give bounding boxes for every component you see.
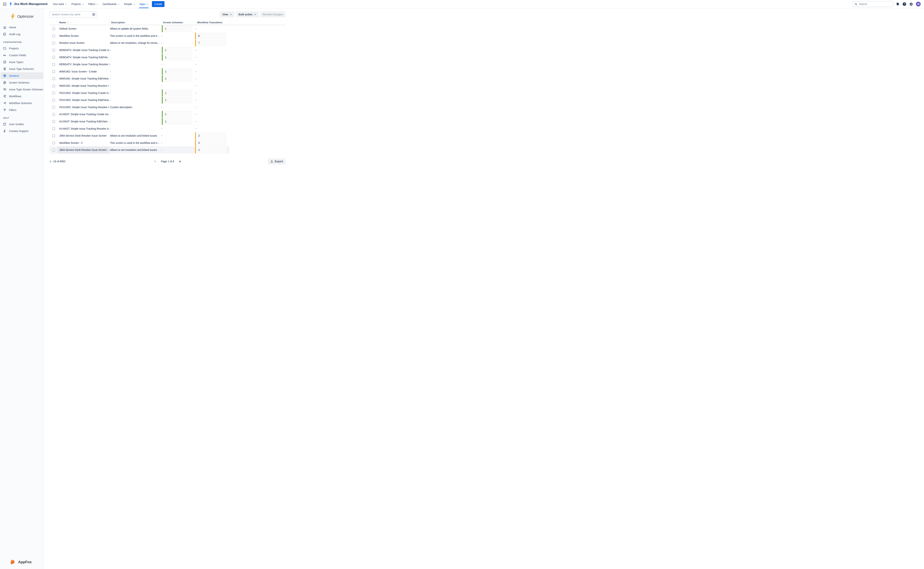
jira-home-link[interactable]: Jira Work Management [8, 2, 47, 6]
row-checkbox[interactable] [52, 99, 55, 102]
sidebar-item-workflow-schemes[interactable]: Workflow Schemes [0, 100, 43, 106]
screen-name-cell[interactable]: KUVAST: Simple Issue Tracking Edit/View … [57, 118, 109, 125]
screen-name-cell[interactable]: REBDATV: Simple Issue Tracking Create Is… [57, 47, 109, 54]
screen-name-cell[interactable]: WARJAD: Simple Issue Tracking Edit/View.… [57, 75, 109, 82]
screen-schemes-count: 1 [162, 97, 192, 103]
row-checkbox[interactable] [52, 91, 55, 94]
row-checkbox[interactable] [52, 70, 55, 73]
column-header-name[interactable]: Name [57, 21, 109, 24]
chevron-down-icon [65, 3, 67, 5]
table-row[interactable]: Resolve Issue ScreenAllows to set resolu… [50, 40, 286, 47]
sidebar-item-issue-type-schemes[interactable]: Issue Type Schemes [0, 65, 43, 72]
table-row[interactable]: Workflow Screen - 2This screen is used i… [50, 139, 286, 147]
screens-search[interactable] [50, 11, 97, 17]
table-row[interactable]: POVURO: Simple Issue Tracking Create Is.… [50, 89, 286, 96]
row-checkbox[interactable] [52, 42, 55, 44]
row-checkbox[interactable] [52, 113, 55, 116]
sort-icon[interactable] [67, 21, 68, 23]
table-row[interactable]: JIRA Service Desk Resolve Issue Screen -… [50, 146, 286, 154]
nav-item-projects[interactable]: Projects [69, 0, 86, 8]
sidebar-item-filters[interactable]: Filters [0, 106, 43, 113]
review-changes-button[interactable]: Review changes [260, 11, 286, 17]
table-row[interactable]: Default ScreenAllows to update all syste… [50, 25, 286, 32]
sidebar-item-audit-log[interactable]: Audit Log [0, 31, 43, 38]
sidebar-item-issue-type-screen-schemes[interactable]: Issue Type Screen Schemes [0, 86, 43, 93]
sidebar-item-contact-support[interactable]: Contact Support [0, 128, 43, 134]
table-row[interactable]: KUVAST: Simple Issue Tracking Edit/View … [50, 118, 286, 125]
clear-search-icon[interactable] [92, 13, 95, 16]
app-switcher-icon[interactable] [2, 1, 8, 7]
next-page-icon[interactable] [178, 160, 182, 163]
table-row[interactable]: KUVAST: Simple Issue Tracking Create Iss… [50, 111, 286, 118]
row-checkbox[interactable] [52, 106, 55, 108]
screen-name-cell[interactable]: WARJAD: Simple Issue Tracking Resolve I.… [57, 82, 109, 90]
screen-name-cell[interactable]: JIRA Service Desk Resolve Issue Screen [57, 132, 109, 139]
nav-item-filters[interactable]: Filters [86, 0, 100, 8]
row-checkbox[interactable] [52, 63, 55, 66]
screen-name-cell[interactable]: KUVAST: Simple Issue Tracking Resolve Is… [57, 125, 109, 132]
table-row[interactable]: REBDATV: Simple Issue Tracking Resolve I… [50, 61, 286, 68]
sidebar-item-user-guides[interactable]: User Guides [0, 121, 43, 128]
sidebar-item-label: Screens [9, 74, 19, 77]
row-checkbox[interactable] [52, 49, 55, 52]
row-checkbox[interactable] [52, 134, 55, 137]
bulk-action-button[interactable]: Bulk action [236, 11, 259, 17]
row-checkbox[interactable] [52, 127, 55, 130]
screen-name-cell[interactable]: POVURO: Simple Issue Tracking Resolve I.… [57, 104, 109, 111]
table-row[interactable]: WARJAD: Issue Screen - Create-1- [50, 68, 286, 75]
screen-name-cell[interactable]: REBDATV: Simple Issue Tracking Resolve I… [57, 61, 109, 68]
sidebar-item-workflows[interactable]: Workflows [0, 93, 43, 100]
screen-name-cell[interactable]: KUVAST: Simple Issue Tracking Create Iss… [57, 111, 109, 118]
previous-page-icon[interactable] [153, 160, 157, 163]
screen-name-cell[interactable]: WARJAD: Issue Screen - Create [57, 68, 109, 75]
screen-name-cell[interactable]: Workflow Screen - 2 [57, 139, 109, 147]
row-checkbox[interactable] [52, 149, 55, 151]
sidebar-item-custom-fields[interactable]: AaCustom Fields [0, 52, 43, 59]
nav-item-apps[interactable]: Apps [137, 0, 150, 8]
row-checkbox[interactable] [52, 27, 55, 30]
table-row[interactable]: POVURO: Simple Issue Tracking Resolve I.… [50, 104, 286, 111]
table-row[interactable]: Workflow ScreenThis screen is used in th… [50, 32, 286, 40]
screens-search-input[interactable] [52, 13, 88, 16]
row-checkbox[interactable] [52, 56, 55, 59]
sidebar-item-projects[interactable]: Projects [0, 45, 43, 52]
sidebar-item-label: User Guides [9, 123, 24, 126]
nav-item-people[interactable]: People [122, 0, 137, 8]
workflow-transitions-cell: 7 [195, 40, 229, 47]
screen-name-cell[interactable]: POVURO: Simple Issue Tracking Create Is.… [57, 89, 109, 96]
row-checkbox[interactable] [52, 84, 55, 87]
export-button[interactable]: Export [268, 158, 286, 164]
screen-name-cell[interactable]: Default Screen [57, 25, 109, 32]
row-trailing-spacer [229, 146, 286, 154]
nav-item-label: Your work [53, 3, 64, 6]
row-checkbox-cell [50, 53, 57, 61]
table-row[interactable]: REBDATV: Simple Issue Tracking Create Is… [50, 47, 286, 54]
create-button[interactable]: Create [152, 1, 164, 7]
screen-name-cell[interactable]: Workflow Screen [57, 32, 109, 40]
table-row[interactable]: KUVAST: Simple Issue Tracking Resolve Is… [50, 125, 286, 132]
screen-schemes-empty: - [161, 127, 162, 130]
row-checkbox[interactable] [52, 34, 55, 37]
row-checkbox[interactable] [52, 77, 55, 80]
sidebar-item-screen-schemes[interactable]: Screen Schemes [0, 79, 43, 86]
nav-item-dashboards[interactable]: Dashboards [100, 0, 122, 8]
screen-schemes-count: 1 [162, 25, 192, 32]
table-row[interactable]: POVURO: Simple Issue Tracking Edit/View.… [50, 96, 286, 104]
table-row[interactable]: WARJAD: Simple Issue Tracking Edit/View.… [50, 75, 286, 82]
table-row[interactable]: JIRA Service Desk Resolve Issue ScreenAl… [50, 132, 286, 139]
sidebar-item-issue-types[interactable]: Issue Types [0, 59, 43, 65]
row-checkbox[interactable] [52, 120, 55, 123]
screen-name-cell[interactable]: JIRA Service Desk Resolve Issue Screen -… [57, 146, 109, 154]
view-button[interactable]: View [220, 11, 234, 17]
screen-name-cell[interactable]: REBDATV: Simple Issue Tracking Edit/Vie.… [57, 53, 109, 61]
screens-icon [3, 74, 6, 77]
nav-item-your-work[interactable]: Your work [50, 0, 69, 8]
sidebar-item-screens[interactable]: Screens [0, 72, 43, 79]
row-trailing-spacer [229, 111, 286, 118]
table-row[interactable]: REBDATV: Simple Issue Tracking Edit/Vie.… [50, 53, 286, 61]
screen-name-cell[interactable]: Resolve Issue Screen [57, 40, 109, 47]
row-checkbox[interactable] [52, 141, 55, 144]
screen-name-cell[interactable]: POVURO: Simple Issue Tracking Edit/View.… [57, 96, 109, 104]
sidebar-item-home[interactable]: Home [0, 24, 43, 31]
table-row[interactable]: WARJAD: Simple Issue Tracking Resolve I.… [50, 82, 286, 90]
